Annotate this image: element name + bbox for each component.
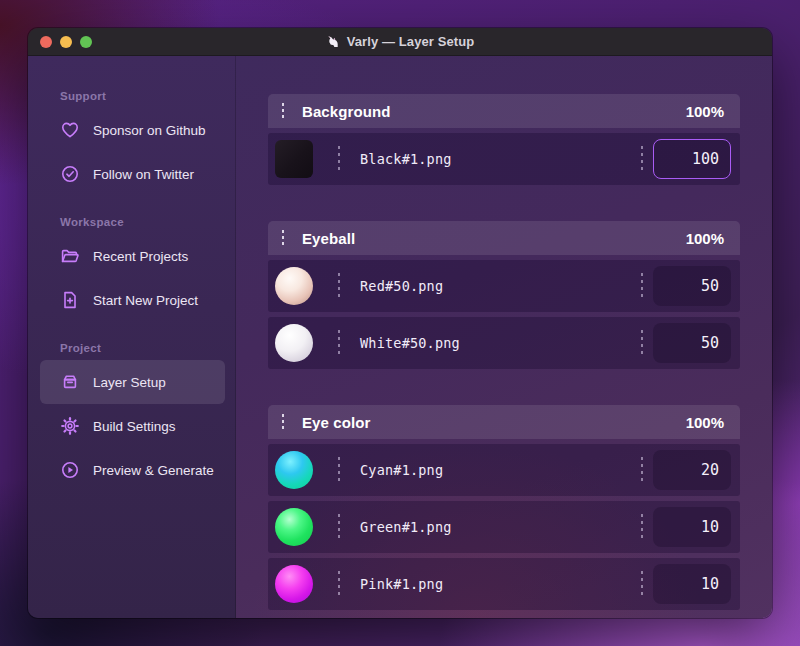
sidebar-item-label: Preview & Generate [93,463,214,478]
divider-dots-icon [641,514,643,540]
group-weight: 100% [686,414,724,431]
divider-dots-icon [338,330,340,356]
rarity-input[interactable] [653,266,731,306]
app-window: Varly — Layer Setup Support Sponsor on G… [28,28,772,618]
layer-list[interactable]: Background 100% Black#1.png [236,56,772,618]
sidebar-item-label: Build Settings [93,419,176,434]
sidebar-item-recent-projects[interactable]: Recent Projects [40,234,225,278]
file-plus-icon [60,290,80,310]
layer-group-eyeball: Eyeball 100% Red#50.png White [268,221,740,369]
sidebar-item-label: Start New Project [93,293,198,308]
group-title: Eyeball [302,230,355,247]
sidebar-item-label: Layer Setup [93,375,166,390]
drag-handle-icon[interactable] [282,103,284,119]
drag-handle-icon[interactable] [282,230,284,246]
sidebar-item-layer-setup[interactable]: Layer Setup [40,360,225,404]
desktop-wallpaper: Varly — Layer Setup Support Sponsor on G… [0,0,800,646]
layer-row: White#50.png [268,317,740,369]
sidebar-item-preview-generate[interactable]: Preview & Generate [40,448,225,492]
layer-group-eye-color: Eye color 100% Cyan#1.png Gre [268,405,740,610]
sidebar-item-build-settings[interactable]: Build Settings [40,404,225,448]
divider-dots-icon [641,146,643,172]
rarity-input[interactable] [653,564,731,604]
layer-filename: Black#1.png [360,151,452,167]
section-label-support: Support [60,90,235,102]
layer-thumbnail-green [275,508,313,546]
sidebar-item-label: Recent Projects [93,249,188,264]
divider-dots-icon [641,571,643,597]
layer-filename: Cyan#1.png [360,462,443,478]
gear-icon [60,416,80,436]
layer-row: Red#50.png [268,260,740,312]
layer-group-background: Background 100% Black#1.png [268,94,740,185]
divider-dots-icon [338,273,340,299]
folder-icon [60,246,80,266]
section-label-workspace: Workspace [60,216,235,228]
sidebar-item-start-new-project[interactable]: Start New Project [40,278,225,322]
divider-dots-icon [641,457,643,483]
layer-filename: Green#1.png [360,519,452,535]
sidebar: Support Sponsor on Github [28,56,236,618]
divider-dots-icon [338,146,340,172]
check-badge-icon [60,164,80,184]
layer-row: Green#1.png [268,501,740,553]
group-weight: 100% [686,230,724,247]
sidebar-item-follow-twitter[interactable]: Follow on Twitter [40,152,225,196]
heart-icon [60,120,80,140]
group-weight: 100% [686,103,724,120]
layer-filename: Pink#1.png [360,576,443,592]
rarity-input[interactable] [653,139,731,179]
section-label-project: Project [60,342,235,354]
sidebar-item-label: Follow on Twitter [93,167,194,182]
rarity-input[interactable] [653,450,731,490]
window-title: Varly — Layer Setup [28,33,772,49]
divider-dots-icon [338,571,340,597]
divider-dots-icon [641,330,643,356]
layer-thumbnail-pink [275,565,313,603]
group-header[interactable]: Eye color 100% [268,405,740,439]
layer-filename: White#50.png [360,335,460,351]
archive-box-icon [60,372,80,392]
window-title-text: Varly — Layer Setup [347,34,475,49]
sidebar-item-sponsor-github[interactable]: Sponsor on Github [40,108,225,152]
sidebar-item-label: Sponsor on Github [93,123,206,138]
layer-thumbnail-white [275,324,313,362]
group-title: Background [302,103,391,120]
rarity-input[interactable] [653,507,731,547]
titlebar[interactable]: Varly — Layer Setup [28,28,772,56]
layer-thumbnail-red [275,267,313,305]
layer-thumbnail-cyan [275,451,313,489]
group-title: Eye color [302,414,370,431]
layer-row: Cyan#1.png [268,444,740,496]
play-circle-icon [60,460,80,480]
unicorn-app-icon [326,33,341,49]
divider-dots-icon [641,273,643,299]
rarity-input[interactable] [653,323,731,363]
drag-handle-icon[interactable] [282,414,284,430]
group-header[interactable]: Eyeball 100% [268,221,740,255]
divider-dots-icon [338,514,340,540]
layer-row: Pink#1.png [268,558,740,610]
layer-thumbnail-black [275,140,313,178]
divider-dots-icon [338,457,340,483]
group-header[interactable]: Background 100% [268,94,740,128]
layer-row: Black#1.png [268,133,740,185]
layer-filename: Red#50.png [360,278,443,294]
